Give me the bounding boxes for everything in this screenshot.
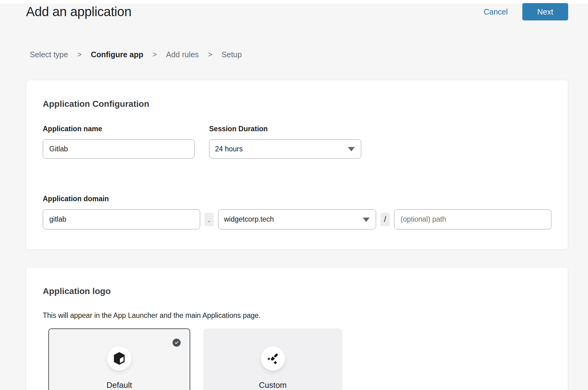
slash-separator-badge: / xyxy=(380,213,390,226)
application-name-field-group: Application name xyxy=(43,125,195,158)
breadcrumb-step-setup[interactable]: Setup xyxy=(222,50,242,59)
cancel-button[interactable]: Cancel xyxy=(484,7,508,16)
application-logo-heading: Application logo xyxy=(43,267,551,297)
custom-logo-circle xyxy=(261,346,285,370)
application-name-label: Application name xyxy=(43,125,195,133)
breadcrumb: Select type > Configure app > Add rules … xyxy=(30,50,588,59)
application-domain-label: Application domain xyxy=(43,195,551,203)
path-input[interactable] xyxy=(394,209,551,229)
breadcrumb-step-add-rules[interactable]: Add rules xyxy=(166,50,199,59)
application-configuration-heading: Application Configuration xyxy=(43,80,551,109)
breadcrumb-separator: > xyxy=(208,50,212,59)
cube-icon xyxy=(113,352,125,365)
logo-option-label: Custom xyxy=(259,380,287,390)
session-duration-field-group: Session Duration 24 hours xyxy=(209,125,361,158)
domain-select[interactable]: widgetcorp.tech xyxy=(218,209,376,229)
selected-check-badge xyxy=(173,339,181,347)
name-session-row: Application name Session Duration 24 hou… xyxy=(43,125,551,158)
logo-option-tiles: Default Custom xyxy=(48,328,551,390)
application-domain-row: . widgetcorp.tech / xyxy=(43,209,551,229)
subdomain-input[interactable] xyxy=(43,209,200,229)
session-duration-label: Session Duration xyxy=(209,125,361,133)
breadcrumb-separator: > xyxy=(153,50,157,59)
page-title: Add an application xyxy=(26,4,484,19)
logo-option-label: Default xyxy=(107,380,132,390)
logo-option-custom[interactable]: Custom xyxy=(203,328,342,390)
application-logo-description: This will appear in the App Launcher and… xyxy=(43,311,551,320)
dot-separator-badge: . xyxy=(204,213,214,226)
next-button[interactable]: Next xyxy=(522,3,568,20)
breadcrumb-separator: > xyxy=(77,50,81,59)
paintbrush-icon xyxy=(266,352,279,365)
breadcrumb-step-select-type[interactable]: Select type xyxy=(30,50,68,59)
application-logo-card: Application logo This will appear in the… xyxy=(26,267,568,390)
session-duration-select[interactable]: 24 hours xyxy=(209,139,361,158)
application-name-input[interactable] xyxy=(43,139,195,158)
session-duration-value: 24 hours xyxy=(215,145,243,153)
add-application-page: Add an application Cancel Next Select ty… xyxy=(0,0,588,390)
chevron-down-icon xyxy=(348,147,355,151)
page-header: Add an application Cancel Next xyxy=(0,0,588,20)
logo-option-default[interactable]: Default xyxy=(48,328,190,390)
chevron-down-icon xyxy=(363,218,370,222)
check-icon xyxy=(174,340,179,345)
default-logo-circle xyxy=(107,346,131,370)
breadcrumb-step-configure-app[interactable]: Configure app xyxy=(91,50,143,59)
domain-select-value: widgetcorp.tech xyxy=(224,215,274,223)
application-configuration-card: Application Configuration Application na… xyxy=(26,80,568,249)
